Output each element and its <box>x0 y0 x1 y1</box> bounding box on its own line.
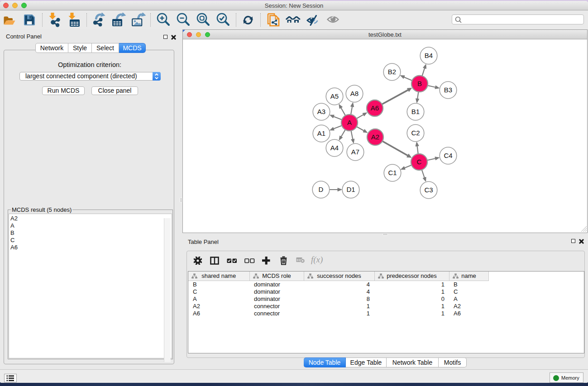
svg-text:C: C <box>417 158 422 166</box>
svg-text:A1: A1 <box>317 129 325 137</box>
svg-text:A: A <box>347 119 352 126</box>
svg-text:A3: A3 <box>317 108 325 115</box>
svg-text:D: D <box>319 186 324 193</box>
svg-text:B3: B3 <box>444 86 452 94</box>
svg-text:C1: C1 <box>388 169 397 176</box>
svg-text:A5: A5 <box>330 92 339 100</box>
svg-text:C4: C4 <box>444 152 452 159</box>
svg-text:C3: C3 <box>424 186 433 194</box>
svg-text:A8: A8 <box>350 90 359 97</box>
svg-text:A7: A7 <box>351 148 359 156</box>
svg-text:A2: A2 <box>371 133 379 141</box>
svg-text:B: B <box>417 80 422 87</box>
svg-text:B4: B4 <box>425 52 433 59</box>
svg-text:C2: C2 <box>411 129 420 137</box>
svg-text:D1: D1 <box>346 186 355 193</box>
svg-text:A4: A4 <box>330 144 339 152</box>
svg-text:B1: B1 <box>411 108 420 115</box>
svg-text:A6: A6 <box>371 104 379 112</box>
svg-text:B2: B2 <box>388 68 396 76</box>
